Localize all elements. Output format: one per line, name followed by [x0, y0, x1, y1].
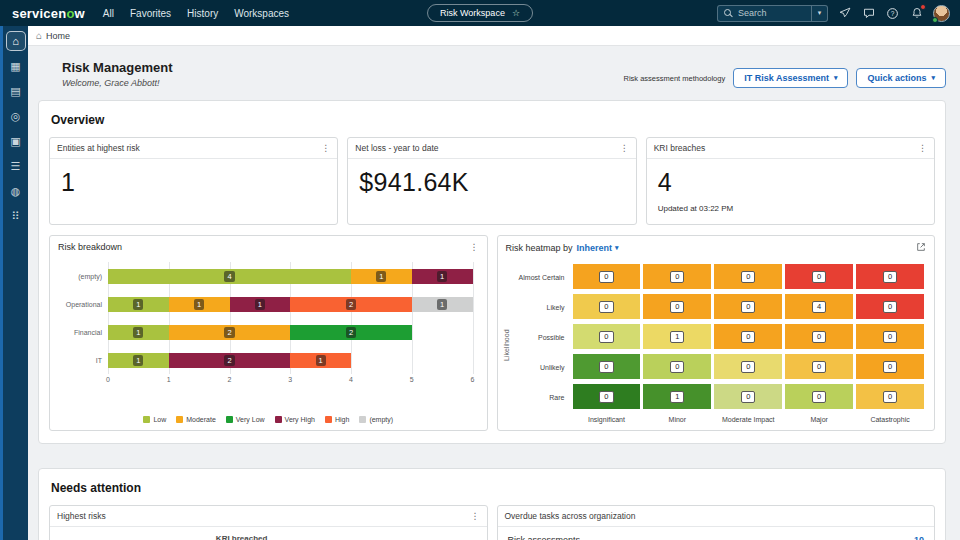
- heatmap-cell-almost-certain-minor[interactable]: 0: [643, 264, 711, 289]
- bar-segment-low[interactable]: 1: [108, 325, 169, 340]
- heatmap-cell-almost-certain-insignificant[interactable]: 0: [573, 264, 641, 289]
- bar-segment-high[interactable]: 2: [290, 297, 412, 312]
- heatmap-cell-likely-catastrophic[interactable]: 0: [856, 294, 924, 319]
- search-box[interactable]: [717, 5, 811, 22]
- heatmap-cell-almost-certain-catastrophic[interactable]: 0: [856, 264, 924, 289]
- heatmap-cell-possible-catastrophic[interactable]: 0: [856, 324, 924, 349]
- breadcrumb-home-link[interactable]: Home: [46, 31, 70, 41]
- bar-value-label: 1: [255, 299, 265, 310]
- bar-segment-high[interactable]: 1: [290, 353, 351, 368]
- heatmap-cell-likely-major[interactable]: 4: [785, 294, 853, 319]
- heatmap-cell-possible-moderate-impact[interactable]: 0: [714, 324, 782, 349]
- heatmap-cell-possible-insignificant[interactable]: 0: [573, 324, 641, 349]
- heatmap-cell-possible-major[interactable]: 0: [785, 324, 853, 349]
- bar-value-label: 2: [346, 299, 356, 310]
- x-axis: 0123456: [108, 374, 473, 385]
- paper-plane-icon[interactable]: [837, 6, 852, 21]
- heatmap-cell-possible-minor[interactable]: 1: [643, 324, 711, 349]
- heatmap-cell-rare-moderate-impact[interactable]: 0: [714, 384, 782, 409]
- bar-plot-area: (empty)411Operational11121Financial122IT…: [108, 262, 473, 374]
- bar-segment-very-high[interactable]: 1: [230, 297, 291, 312]
- bar-row-operational: Operational11121: [108, 297, 473, 312]
- stat-card-kri-breaches: KRI breaches⋮4Updated at 03:22 PM: [646, 137, 935, 225]
- presence-indicator: [932, 17, 938, 23]
- bar-segment-moderate[interactable]: 1: [351, 269, 412, 284]
- kri-breached-column-header[interactable]: KRI breached: [50, 527, 487, 540]
- search-scope-dropdown[interactable]: ▾: [811, 5, 828, 22]
- sidebar-apps-icon[interactable]: ▦: [6, 56, 26, 76]
- welcome-message: Welcome, Grace Abbott!: [62, 78, 173, 88]
- open-in-new-icon[interactable]: [916, 242, 926, 254]
- home-icon[interactable]: ⌂: [36, 30, 42, 41]
- legend-item-very-low[interactable]: Very Low: [226, 416, 265, 423]
- heatmap-cell-value: 0: [812, 361, 826, 373]
- bar-segment-low[interactable]: 1: [108, 353, 169, 368]
- kebab-menu-icon[interactable]: ⋮: [918, 143, 927, 153]
- heatmap-cell-rare-minor[interactable]: 1: [643, 384, 711, 409]
- bar-segment-very-low[interactable]: 2: [290, 325, 412, 340]
- methodology-dropdown-button[interactable]: IT Risk Assessment ▾: [733, 68, 848, 88]
- notifications-icon[interactable]: [909, 6, 924, 21]
- quick-actions-button[interactable]: Quick actions ▾: [856, 68, 946, 88]
- risk-breakdown-chart: (empty)411Operational11121Financial122IT…: [50, 256, 487, 413]
- sidebar-lists-icon[interactable]: ☰: [6, 156, 26, 176]
- page-header: Risk Management Welcome, Grace Abbott! R…: [28, 46, 960, 100]
- sidebar-discover-icon[interactable]: ◍: [6, 181, 26, 201]
- bar-segment-moderate[interactable]: 2: [169, 325, 291, 340]
- bar-segment-moderate[interactable]: 1: [169, 297, 230, 312]
- topnav-item-history[interactable]: History: [187, 8, 218, 19]
- stat-value: 4: [647, 159, 934, 197]
- heatmap-cell-rare-catastrophic[interactable]: 0: [856, 384, 924, 409]
- highest-risks-title: Highest risks: [57, 511, 106, 521]
- heatmap-cell-unlikely-catastrophic[interactable]: 0: [856, 354, 924, 379]
- heatmap-cell-unlikely-insignificant[interactable]: 0: [573, 354, 641, 379]
- heatmap-cell-almost-certain-major[interactable]: 0: [785, 264, 853, 289]
- heatmap-row-label-almost-certain: Almost Certain: [512, 264, 570, 291]
- legend-item-low[interactable]: Low: [143, 416, 166, 423]
- bar-segment-very-high[interactable]: 1: [412, 269, 473, 284]
- heatmap-cell-rare-insignificant[interactable]: 0: [573, 384, 641, 409]
- heatmap-cell-unlikely-moderate-impact[interactable]: 0: [714, 354, 782, 379]
- topnav-item-workspaces[interactable]: Workspaces: [234, 8, 289, 19]
- chat-icon[interactable]: [861, 6, 876, 21]
- avatar[interactable]: [933, 5, 950, 22]
- legend-item-high[interactable]: High: [325, 416, 349, 423]
- help-icon[interactable]: ?: [885, 6, 900, 21]
- search-input[interactable]: [738, 8, 808, 18]
- heatmap-cell-likely-moderate-impact[interactable]: 0: [714, 294, 782, 319]
- sidebar-workspaces-icon[interactable]: ⠿: [6, 206, 26, 226]
- servicenow-logo[interactable]: servicenow: [12, 6, 85, 21]
- bar-segment-low[interactable]: 1: [108, 297, 169, 312]
- workspace-switcher-button[interactable]: Risk Workspace ☆: [427, 4, 533, 22]
- heatmap-cell-rare-major[interactable]: 0: [785, 384, 853, 409]
- bar-segment-low[interactable]: 4: [108, 269, 351, 284]
- legend-item-moderate[interactable]: Moderate: [176, 416, 216, 423]
- heatmap-cell-likely-minor[interactable]: 0: [643, 294, 711, 319]
- sidebar-home-icon[interactable]: ⌂: [6, 31, 26, 51]
- heatmap-cell-likely-insignificant[interactable]: 0: [573, 294, 641, 319]
- star-icon[interactable]: ☆: [512, 8, 520, 18]
- legend-swatch: [226, 416, 233, 423]
- stat-card-header: Net loss - year to date⋮: [348, 138, 635, 159]
- sidebar-tasks-icon[interactable]: ◎: [6, 106, 26, 126]
- topnav-item-all[interactable]: All: [103, 8, 114, 19]
- heatmap-cell-unlikely-minor[interactable]: 0: [643, 354, 711, 379]
- topnav-item-favorites[interactable]: Favorites: [130, 8, 171, 19]
- legend-label: (empty): [369, 416, 393, 423]
- overdue-count-link[interactable]: 10: [914, 535, 924, 540]
- heatmap-cell-unlikely-major[interactable]: 0: [785, 354, 853, 379]
- kebab-menu-icon[interactable]: ⋮: [470, 242, 479, 252]
- bar-segment-empty[interactable]: 1: [412, 297, 473, 312]
- sidebar-tables-icon[interactable]: ▤: [6, 81, 26, 101]
- legend-item-very-high[interactable]: Very High: [275, 416, 315, 423]
- overdue-task-row[interactable]: Risk assessments 10: [498, 527, 935, 540]
- kebab-menu-icon[interactable]: ⋮: [620, 143, 629, 153]
- x-tick-label: 3: [288, 376, 292, 383]
- kebab-menu-icon[interactable]: ⋮: [471, 511, 480, 521]
- sidebar-clipboard-icon[interactable]: ▣: [6, 131, 26, 151]
- heatmap-cell-almost-certain-moderate-impact[interactable]: 0: [714, 264, 782, 289]
- bar-segment-very-high[interactable]: 2: [169, 353, 291, 368]
- legend-item-empty[interactable]: (empty): [359, 416, 393, 423]
- heatmap-basis-dropdown[interactable]: Inherent ▾: [577, 243, 619, 253]
- kebab-menu-icon[interactable]: ⋮: [321, 143, 330, 153]
